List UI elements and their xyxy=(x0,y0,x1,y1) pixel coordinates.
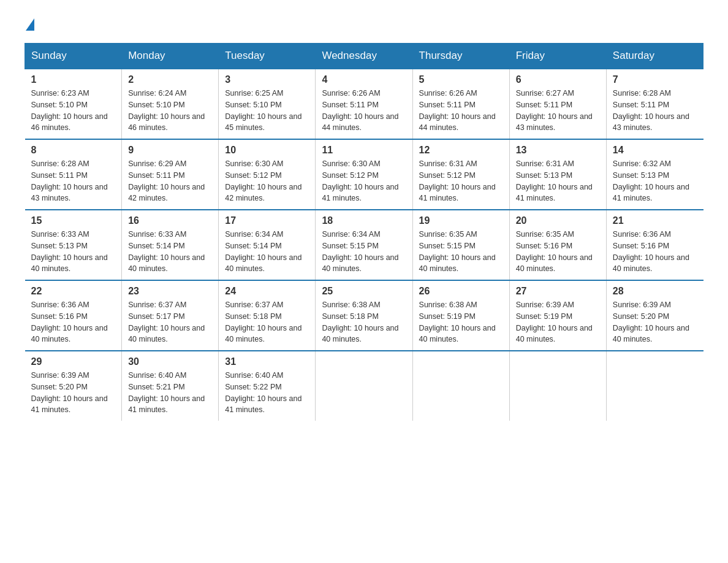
page-header xyxy=(25,18,703,31)
day-number: 15 xyxy=(31,215,116,226)
day-info: Sunrise: 6:32 AMSunset: 5:13 PMDaylight:… xyxy=(613,159,689,202)
weekday-header-row: SundayMondayTuesdayWednesdayThursdayFrid… xyxy=(25,44,703,69)
day-info: Sunrise: 6:40 AMSunset: 5:21 PMDaylight:… xyxy=(128,371,205,414)
day-info: Sunrise: 6:24 AMSunset: 5:10 PMDaylight:… xyxy=(128,89,205,132)
day-number: 30 xyxy=(128,356,212,367)
day-number: 23 xyxy=(128,286,212,297)
calendar-day-cell: 12Sunrise: 6:31 AMSunset: 5:12 PMDayligh… xyxy=(412,139,509,210)
day-number: 21 xyxy=(613,215,697,226)
day-info: Sunrise: 6:39 AMSunset: 5:20 PMDaylight:… xyxy=(613,301,689,343)
calendar-day-cell: 5Sunrise: 6:26 AMSunset: 5:11 PMDaylight… xyxy=(412,69,509,139)
calendar-day-cell: 15Sunrise: 6:33 AMSunset: 5:13 PMDayligh… xyxy=(25,210,122,280)
day-number: 11 xyxy=(322,145,406,156)
weekday-header-friday: Friday xyxy=(509,44,606,69)
day-info: Sunrise: 6:29 AMSunset: 5:11 PMDaylight:… xyxy=(128,159,205,202)
day-info: Sunrise: 6:39 AMSunset: 5:19 PMDaylight:… xyxy=(516,301,593,343)
day-info: Sunrise: 6:26 AMSunset: 5:11 PMDaylight:… xyxy=(419,89,496,132)
day-info: Sunrise: 6:38 AMSunset: 5:19 PMDaylight:… xyxy=(419,301,496,343)
calendar-day-cell: 23Sunrise: 6:37 AMSunset: 5:17 PMDayligh… xyxy=(122,280,219,351)
calendar-day-cell: 17Sunrise: 6:34 AMSunset: 5:14 PMDayligh… xyxy=(219,210,316,280)
day-info: Sunrise: 6:30 AMSunset: 5:12 PMDaylight:… xyxy=(225,159,301,202)
weekday-header-monday: Monday xyxy=(122,44,219,69)
calendar-day-cell: 27Sunrise: 6:39 AMSunset: 5:19 PMDayligh… xyxy=(509,280,606,351)
calendar-day-cell: 31Sunrise: 6:40 AMSunset: 5:22 PMDayligh… xyxy=(219,351,316,421)
day-info: Sunrise: 6:35 AMSunset: 5:16 PMDaylight:… xyxy=(516,230,593,273)
calendar-day-cell: 9Sunrise: 6:29 AMSunset: 5:11 PMDaylight… xyxy=(122,139,219,210)
day-number: 24 xyxy=(225,286,309,297)
calendar-day-cell: 13Sunrise: 6:31 AMSunset: 5:13 PMDayligh… xyxy=(509,139,606,210)
day-number: 10 xyxy=(225,145,309,156)
day-info: Sunrise: 6:30 AMSunset: 5:12 PMDaylight:… xyxy=(322,159,398,202)
calendar-table: SundayMondayTuesdayWednesdayThursdayFrid… xyxy=(25,43,703,421)
day-number: 29 xyxy=(31,356,116,367)
day-info: Sunrise: 6:25 AMSunset: 5:10 PMDaylight:… xyxy=(225,89,301,132)
day-number: 22 xyxy=(31,286,116,297)
day-info: Sunrise: 6:26 AMSunset: 5:11 PMDaylight:… xyxy=(322,89,398,132)
day-number: 7 xyxy=(613,74,697,85)
calendar-day-cell: 1Sunrise: 6:23 AMSunset: 5:10 PMDaylight… xyxy=(25,69,122,139)
day-number: 6 xyxy=(516,74,600,85)
calendar-week-row: 8Sunrise: 6:28 AMSunset: 5:11 PMDaylight… xyxy=(25,139,703,210)
calendar-day-cell: 7Sunrise: 6:28 AMSunset: 5:11 PMDaylight… xyxy=(606,69,703,139)
weekday-header-tuesday: Tuesday xyxy=(219,44,316,69)
calendar-day-cell: 19Sunrise: 6:35 AMSunset: 5:15 PMDayligh… xyxy=(412,210,509,280)
calendar-day-cell: 6Sunrise: 6:27 AMSunset: 5:11 PMDaylight… xyxy=(509,69,606,139)
day-number: 20 xyxy=(516,215,600,226)
calendar-week-row: 22Sunrise: 6:36 AMSunset: 5:16 PMDayligh… xyxy=(25,280,703,351)
day-number: 2 xyxy=(128,74,212,85)
day-info: Sunrise: 6:33 AMSunset: 5:13 PMDaylight:… xyxy=(31,230,108,273)
day-number: 18 xyxy=(322,215,406,226)
day-info: Sunrise: 6:31 AMSunset: 5:13 PMDaylight:… xyxy=(516,159,593,202)
calendar-day-cell: 14Sunrise: 6:32 AMSunset: 5:13 PMDayligh… xyxy=(606,139,703,210)
calendar-week-row: 29Sunrise: 6:39 AMSunset: 5:20 PMDayligh… xyxy=(25,351,703,421)
day-info: Sunrise: 6:31 AMSunset: 5:12 PMDaylight:… xyxy=(419,159,496,202)
day-number: 26 xyxy=(419,286,503,297)
day-number: 3 xyxy=(225,74,309,85)
day-number: 17 xyxy=(225,215,309,226)
day-number: 5 xyxy=(419,74,503,85)
day-number: 13 xyxy=(516,145,600,156)
day-number: 31 xyxy=(225,356,309,367)
calendar-day-cell: 8Sunrise: 6:28 AMSunset: 5:11 PMDaylight… xyxy=(25,139,122,210)
day-info: Sunrise: 6:36 AMSunset: 5:16 PMDaylight:… xyxy=(613,230,689,273)
calendar-day-cell: 21Sunrise: 6:36 AMSunset: 5:16 PMDayligh… xyxy=(606,210,703,280)
calendar-day-cell: 22Sunrise: 6:36 AMSunset: 5:16 PMDayligh… xyxy=(25,280,122,351)
day-number: 9 xyxy=(128,145,212,156)
day-number: 8 xyxy=(31,145,116,156)
day-info: Sunrise: 6:35 AMSunset: 5:15 PMDaylight:… xyxy=(419,230,496,273)
calendar-day-cell: 29Sunrise: 6:39 AMSunset: 5:20 PMDayligh… xyxy=(25,351,122,421)
day-number: 12 xyxy=(419,145,503,156)
day-number: 16 xyxy=(128,215,212,226)
weekday-header-wednesday: Wednesday xyxy=(316,44,412,69)
calendar-day-cell: 20Sunrise: 6:35 AMSunset: 5:16 PMDayligh… xyxy=(509,210,606,280)
calendar-day-cell xyxy=(606,351,703,421)
calendar-day-cell xyxy=(509,351,606,421)
day-info: Sunrise: 6:28 AMSunset: 5:11 PMDaylight:… xyxy=(613,89,689,132)
calendar-day-cell: 28Sunrise: 6:39 AMSunset: 5:20 PMDayligh… xyxy=(606,280,703,351)
calendar-day-cell: 25Sunrise: 6:38 AMSunset: 5:18 PMDayligh… xyxy=(316,280,412,351)
calendar-day-cell: 16Sunrise: 6:33 AMSunset: 5:14 PMDayligh… xyxy=(122,210,219,280)
day-info: Sunrise: 6:38 AMSunset: 5:18 PMDaylight:… xyxy=(322,301,398,343)
day-number: 14 xyxy=(613,145,697,156)
day-info: Sunrise: 6:40 AMSunset: 5:22 PMDaylight:… xyxy=(225,371,301,414)
weekday-header-sunday: Sunday xyxy=(25,44,122,69)
day-number: 19 xyxy=(419,215,503,226)
calendar-day-cell: 18Sunrise: 6:34 AMSunset: 5:15 PMDayligh… xyxy=(316,210,412,280)
day-info: Sunrise: 6:39 AMSunset: 5:20 PMDaylight:… xyxy=(31,371,108,414)
logo xyxy=(25,18,36,31)
calendar-day-cell: 11Sunrise: 6:30 AMSunset: 5:12 PMDayligh… xyxy=(316,139,412,210)
day-number: 25 xyxy=(322,286,406,297)
calendar-day-cell: 26Sunrise: 6:38 AMSunset: 5:19 PMDayligh… xyxy=(412,280,509,351)
weekday-header-saturday: Saturday xyxy=(606,44,703,69)
calendar-day-cell: 10Sunrise: 6:30 AMSunset: 5:12 PMDayligh… xyxy=(219,139,316,210)
calendar-day-cell: 24Sunrise: 6:37 AMSunset: 5:18 PMDayligh… xyxy=(219,280,316,351)
day-info: Sunrise: 6:27 AMSunset: 5:11 PMDaylight:… xyxy=(516,89,593,132)
calendar-day-cell xyxy=(316,351,412,421)
day-number: 4 xyxy=(322,74,406,85)
weekday-header-thursday: Thursday xyxy=(412,44,509,69)
day-info: Sunrise: 6:34 AMSunset: 5:15 PMDaylight:… xyxy=(322,230,398,273)
calendar-day-cell xyxy=(412,351,509,421)
day-info: Sunrise: 6:37 AMSunset: 5:18 PMDaylight:… xyxy=(225,301,301,343)
day-info: Sunrise: 6:34 AMSunset: 5:14 PMDaylight:… xyxy=(225,230,301,273)
calendar-day-cell: 2Sunrise: 6:24 AMSunset: 5:10 PMDaylight… xyxy=(122,69,219,139)
